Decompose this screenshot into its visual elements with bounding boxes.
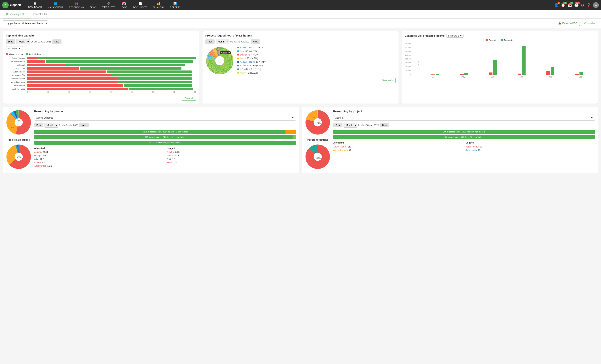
project-date-range: 01 Jun-30 Jun 2021 <box>358 124 379 126</box>
capacity-card: Top available capacity Prev Week Month 2… <box>3 31 199 104</box>
project-next-button[interactable]: Next <box>380 123 389 127</box>
bar-row-1: Penelope Garcia <box>6 60 196 63</box>
people-alloc-title: People allocations <box>307 138 328 141</box>
avatar[interactable]: A <box>593 2 599 8</box>
bottom-row: 54% 34% Projects allocations <box>3 107 598 173</box>
projects-period-select[interactable]: Month Week <box>216 39 229 44</box>
settings-icon[interactable]: ⚙ <box>581 3 584 7</box>
show-top-button[interactable]: Show top 5 <box>379 78 396 83</box>
nav-management[interactable]: 🌐 MANAGEMENT <box>45 0 66 10</box>
project-logged-col: Logged Adam Feeder: 70 h John Harris: 10… <box>466 141 595 152</box>
capacity-title: Top available capacity <box>6 34 196 37</box>
nav-reports[interactable]: 📊 REPORTS <box>167 0 183 10</box>
person-allocated-col: Allocated ActivFix: 120 h Design: 75 h A… <box>34 147 164 168</box>
nav-dashboard[interactable]: ⊞ DASHBOARD <box>25 0 45 10</box>
nav-leave[interactable]: 📅 LEAVE <box>118 0 130 10</box>
resourcing-person-title: Resourcing by person: <box>34 110 296 113</box>
person-period-select[interactable]: Month <box>44 123 58 128</box>
legend-forecasted: Forecasted <box>501 39 514 41</box>
svg-text:21%: 21% <box>311 117 315 119</box>
top-navigation: e elapseit ⊞ DASHBOARD 🌐 MANAGEMENT 👥 RE… <box>0 0 601 10</box>
bottom-right-card: 79% 21% People allocations 88% 13% <box>302 107 598 173</box>
bar-row-4: Adam Feeder <box>6 70 196 73</box>
capacity-nav-controls: Prev Week Month 26 Jul-01 Aug 2021 Next <box>6 39 196 44</box>
export-pdf-button[interactable]: 📥 Export to PDF <box>556 21 580 26</box>
notification-badge-3[interactable]: 📅 75 <box>568 3 572 7</box>
projects-alloc-pie2: 64% 32% <box>6 144 31 169</box>
tab-project-pulse[interactable]: Project pulse <box>30 10 51 19</box>
capacity-period-select[interactable]: Week Month <box>16 39 30 44</box>
project-alloc-details: Allocated Adam Feeder: 150 h Adam Knowle… <box>333 141 595 152</box>
person-nav-controls: Prev Month 01 Jul-31 Jul 2021 Next <box>34 123 296 128</box>
project-logged-bar-row: 80 logged hours: 80 billable / 0 non-bil… <box>333 135 595 139</box>
show-all-button[interactable]: Show all <box>182 96 196 101</box>
project-nav-controls: Prev Month 01 Jun-30 Jun 2021 Next <box>333 123 595 128</box>
people-pie1: 79% 21% <box>305 110 330 135</box>
person-select[interactable]: Agnes Gutierrez ▼ <box>34 115 296 121</box>
income-bar-aug <box>546 67 554 75</box>
project-prev-button[interactable]: Prev <box>333 123 342 127</box>
project-allocated-bar-row: 190 allocated hours: 190 billable / 0 no… <box>333 130 595 134</box>
top-cards-row: Top available capacity Prev Week Month 2… <box>3 31 598 104</box>
dashboard-icon: ⊞ <box>34 1 36 5</box>
resourcing-project-title: Resourcing by project: <box>333 110 595 113</box>
pie-tooltip: Glass: 30 <box>220 51 231 54</box>
project-select[interactable]: ActivFix ▼ <box>333 115 595 121</box>
bar-row-2: John Will <box>6 64 196 66</box>
income-bars <box>419 43 595 75</box>
export-icon: 📥 <box>558 22 561 25</box>
help-icon[interactable]: ❓ <box>586 3 591 7</box>
nav-timesheet[interactable]: ⏱ TIMESHEET <box>99 0 118 10</box>
person-next-button[interactable]: Next <box>80 123 89 127</box>
main-content: Top available capacity Prev Week Month 2… <box>0 28 601 176</box>
legend-anewstart: A New Start 9 h (1.4%) <box>237 64 396 67</box>
nav-resourcing[interactable]: 👥 RESOURCING <box>66 0 87 10</box>
tasks-icon: ✓ <box>92 2 94 6</box>
legend-design: Design 40 h (6.2%) <box>237 54 396 56</box>
tabs-bar: Resourcing status Project pulse <box>0 10 601 19</box>
legend-alba: Alba 47 h (7.3%) <box>237 50 396 52</box>
bar-row-9: Andrew Hydon <box>6 88 196 90</box>
project-resourcing: Resourcing by project: ActivFix ▼ Prev M… <box>333 110 595 170</box>
toolbar: Logged hours - all timesheets hours 📥 Ex… <box>0 19 601 28</box>
logo-icon: e <box>2 2 9 8</box>
income-period-badge[interactable]: 6 months ▲▼ <box>446 34 463 38</box>
logo[interactable]: e elapseit <box>2 2 21 8</box>
notification-badge-1[interactable]: 👤 1 <box>554 3 559 7</box>
nav-financial[interactable]: 💰 FINANCIAL <box>150 0 167 10</box>
notification-badge-2[interactable]: ⏰ 47 <box>561 3 565 7</box>
projects-alloc-pie2-section: 64% 32% <box>6 144 31 170</box>
financial-icon: 💰 <box>157 2 161 6</box>
capacity-next-button[interactable]: Next <box>52 39 61 44</box>
bottom-right-layout: 79% 21% People allocations 88% 13% <box>305 110 595 170</box>
legend-arpat: ARPAT Firenze 16 h (2.5%) <box>237 61 396 63</box>
customize-button[interactable]: Customize <box>582 21 598 26</box>
projects-prev-button[interactable]: Prev <box>205 39 215 44</box>
bar-row-6: Alexis Macintosh <box>6 77 196 80</box>
legend-axaxio: Axaxio 1 h (0.2%) <box>237 72 396 74</box>
income-legend: Generated Forecasted <box>405 39 595 41</box>
allocated-bar-row: 221.5 allocated hours: 213.5 billable / … <box>34 130 296 134</box>
projects-title: Projects logged hours (643.5 hours) <box>205 34 396 37</box>
notification-badge-4[interactable]: 🕐 OUT <box>574 3 579 7</box>
nav-documents[interactable]: 📄 DOCUMENTS <box>130 0 150 10</box>
income-bar-jun <box>489 60 497 75</box>
capacity-prev-button[interactable]: Prev <box>6 39 15 44</box>
legend-allocated: Allocated hours <box>6 53 23 55</box>
legend-generated: Generated <box>486 39 498 41</box>
legend-activfix: ActivFix 493.5 h (76.7%) <box>237 46 396 49</box>
projects-next-button[interactable]: Next <box>250 39 260 44</box>
people-filter[interactable]: All people ▼ <box>6 46 23 51</box>
project-allocated-col: Allocated Adam Feeder: 150 h Adam Knowle… <box>333 141 463 152</box>
hours-filter-select[interactable]: Logged hours - all timesheets hours <box>3 20 48 26</box>
projects-card: Projects logged hours (643.5 hours) Prev… <box>202 31 399 104</box>
x-axis-labels: 01020304050607080 <box>6 91 196 93</box>
income-header: Generated vs Forecasted income 6 months … <box>405 34 595 38</box>
project-period-select[interactable]: Month <box>344 123 357 128</box>
nav-items: ⊞ DASHBOARD 🌐 MANAGEMENT 👥 RESOURCING ✓ … <box>25 0 554 10</box>
nav-tasks[interactable]: ✓ TASKS <box>87 0 99 10</box>
tab-resourcing-status[interactable]: Resourcing status <box>3 10 30 19</box>
person-date-range: 01 Jul-31 Jul 2021 <box>59 124 78 126</box>
person-prev-button[interactable]: Prev <box>34 123 43 127</box>
bottom-left-card: 54% 34% Projects allocations <box>3 107 299 173</box>
